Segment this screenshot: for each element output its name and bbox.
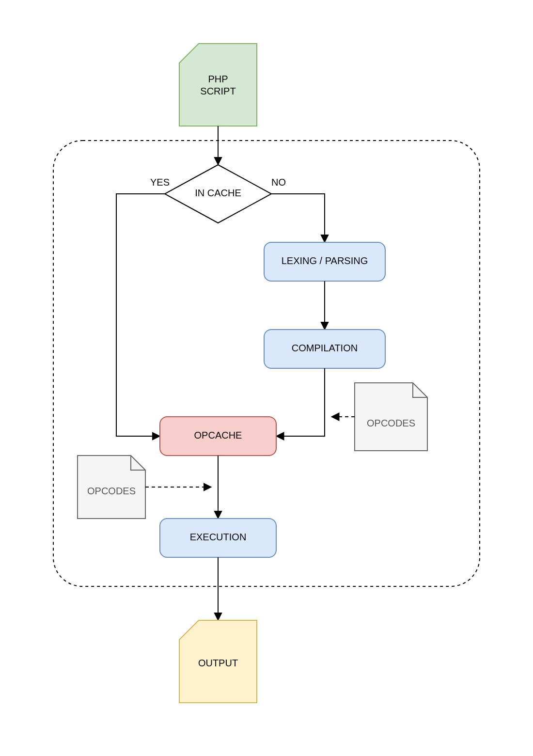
php-script-node: PHP SCRIPT [179, 44, 257, 126]
output-label: OUTPUT [198, 658, 238, 668]
execution-label: EXECUTION [190, 532, 247, 542]
opcache-node: OPCACHE [160, 417, 276, 456]
compilation-label: COMPILATION [292, 343, 358, 353]
compilation-node: COMPILATION [264, 330, 385, 368]
in-cache-node: IN CACHE [165, 165, 271, 223]
php-script-label-1: PHP [208, 74, 228, 84]
opcache-label: OPCACHE [194, 430, 242, 441]
opcodes-right-label: OPCODES [367, 418, 415, 428]
edge-no: NO [271, 177, 325, 242]
output-node: OUTPUT [179, 620, 257, 703]
lexing-node: LEXING / PARSING [264, 242, 385, 281]
edge-yes-label: YES [150, 177, 170, 188]
execution-node: EXECUTION [160, 519, 276, 557]
lexing-label: LEXING / PARSING [282, 255, 368, 266]
flowchart: PHP SCRIPT IN CACHE YES NO LEXING / PARS… [0, 0, 533, 756]
edge-compilation-to-opcache [276, 368, 325, 436]
in-cache-label: IN CACHE [195, 188, 241, 198]
php-script-label-2: SCRIPT [200, 86, 235, 96]
edge-yes: YES [116, 177, 170, 436]
opcodes-right-node: OPCODES [355, 383, 427, 451]
opcodes-left-node: OPCODES [78, 456, 145, 519]
edge-no-label: NO [271, 177, 286, 188]
opcodes-left-label: OPCODES [87, 486, 136, 496]
